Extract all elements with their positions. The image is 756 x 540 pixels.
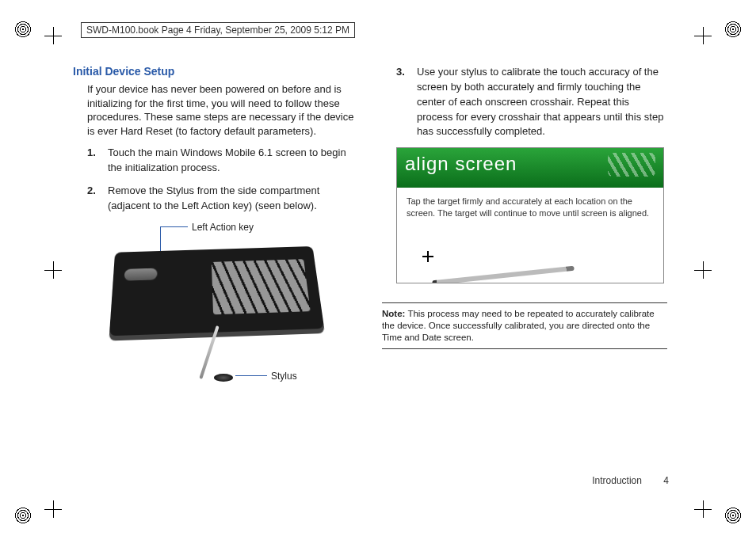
callout-line-icon	[235, 375, 267, 377]
footer-page-number: 4	[663, 475, 669, 486]
right-column: 3. Use your stylus to calibrate the touc…	[382, 65, 667, 380]
stylus-icon	[432, 266, 575, 283]
crop-mark-icon	[44, 261, 62, 279]
crop-mark-icon	[694, 500, 712, 518]
crop-mark-icon	[694, 27, 712, 44]
stylus-illustration	[199, 325, 219, 379]
keyboard-illustration	[212, 259, 311, 314]
step-text: Touch the main Windows Mobile 6.1 screen…	[108, 146, 358, 176]
left-action-key-label: Left Action key	[192, 222, 254, 233]
crop-mark-icon	[44, 500, 62, 518]
step-text: Use your stylus to calibrate the touch a…	[417, 65, 667, 139]
note-block: Note: This process may need to be repeat…	[382, 302, 667, 349]
screenshot-body-text: Tap the target firmly and accurately at …	[397, 188, 663, 226]
screenshot-title: align screen	[397, 148, 663, 188]
footer-section: Introduction	[592, 475, 642, 486]
page-footer: Introduction 4	[592, 475, 669, 486]
intro-paragraph: If your device has never been powered on…	[87, 82, 358, 138]
crop-mark-icon	[694, 261, 712, 279]
crop-header-text: SWD-M100.book Page 4 Friday, September 2…	[81, 22, 355, 38]
step-number: 3.	[396, 65, 417, 139]
section-title: Initial Device Setup	[73, 65, 358, 78]
step-number: 1.	[87, 146, 108, 176]
step-number: 2.	[87, 184, 108, 214]
step-item: 3. Use your stylus to calibrate the touc…	[396, 65, 667, 139]
crop-mark-icon	[44, 27, 62, 44]
crosshair-icon	[422, 251, 433, 262]
note-text: This process may need to be repeated to …	[382, 309, 655, 342]
registration-mark-icon	[14, 21, 32, 38]
step-item: 2. Remove the Stylus from the side compa…	[87, 184, 358, 214]
device-diagram: Left Action key Stylus	[97, 222, 334, 380]
note-label: Note:	[382, 309, 405, 318]
registration-mark-icon	[724, 507, 742, 524]
align-screen-screenshot: align screen Tap the target firmly and a…	[396, 147, 664, 283]
step-text: Remove the Stylus from the side compartm…	[108, 184, 358, 214]
step-item: 1. Touch the main Windows Mobile 6.1 scr…	[87, 146, 358, 176]
registration-mark-icon	[14, 507, 32, 524]
stylus-knob-illustration	[214, 374, 233, 382]
left-column: Initial Device Setup If your device has …	[73, 65, 358, 380]
stylus-label: Stylus	[271, 371, 297, 382]
device-illustration	[109, 245, 324, 335]
page-content: SWD-M100.book Page 4 Friday, September 2…	[73, 22, 683, 380]
registration-mark-icon	[724, 21, 742, 38]
